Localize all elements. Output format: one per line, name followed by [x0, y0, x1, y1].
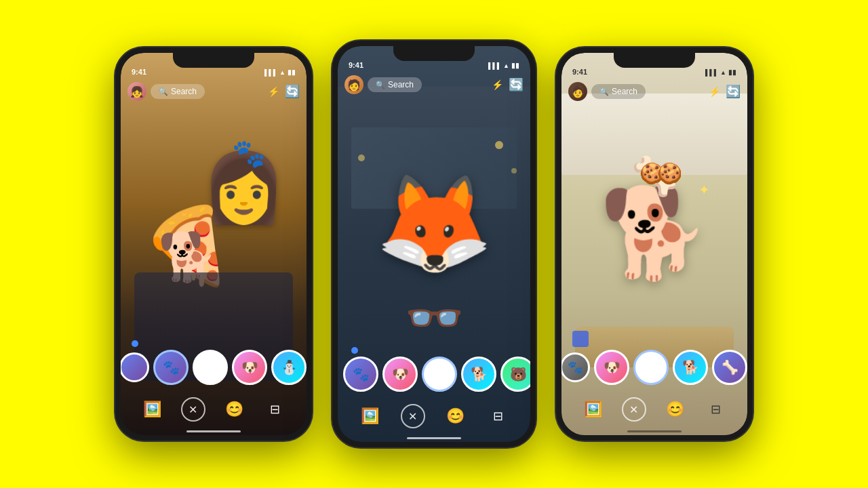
phone-2-battery: ▮▮: [511, 62, 519, 69]
phone-3-filter-bar: 🐾 🐶 🐕 🦴 🐻: [561, 346, 747, 389]
main-container: 👩 🍕 🐕 🐾 9:41 ▌▌▌ ▲ ▮▮: [0, 0, 868, 488]
phone-2-filter-1[interactable]: 🐶: [382, 357, 418, 392]
phone-2-filter-4[interactable]: 🐻: [500, 357, 530, 392]
phone-2-filter-3[interactable]: 🐕: [461, 357, 496, 392]
phone-3-filter-3[interactable]: 🦴: [712, 350, 747, 385]
phone-2-home-bar: [407, 437, 461, 439]
phone-1-search-icon: 🔍: [159, 87, 168, 96]
phone-3-filter-1[interactable]: [633, 350, 669, 385]
phone-3-flash-icon[interactable]: ⚡: [709, 86, 720, 97]
phone-2-stack-btn[interactable]: ⊟: [486, 404, 511, 428]
phone-3-wrapper: 🐕 🦴 🍪 🍪 ✦ 9:41 ▌▌▌ ▲ ▮▮: [556, 47, 753, 441]
phone-3-screen: 🐕 🦴 🍪 🍪 ✦ 9:41 ▌▌▌ ▲ ▮▮: [561, 53, 747, 435]
phone-2-close-btn[interactable]: ✕: [401, 404, 425, 428]
phone-1-search-text: Search: [171, 87, 197, 96]
phone-3-search-bar: 🧑 🔍 Search ⚡ 🔄: [561, 79, 747, 104]
phone-2-notch: [393, 46, 475, 61]
phone-1-search-pill[interactable]: 🔍 Search: [151, 84, 205, 99]
phone-1-filter-1[interactable]: [193, 350, 228, 385]
phone-1-filter-bar: 🐾 🐶 ⛄ 🐻: [121, 346, 307, 389]
phone-1-flip-icon[interactable]: 🔄: [285, 84, 300, 99]
phone-3-dot: [572, 331, 589, 347]
phone-3-search-icon: 🔍: [599, 87, 609, 96]
phone-1-home-bar: [186, 430, 241, 432]
phone-2-filter-bar: 🐾 🐶 🐕 🐻 🦴: [338, 352, 530, 396]
phone-1-wrapper: 👩 🍕 🐕 🐾 9:41 ▌▌▌ ▲ ▮▮: [115, 47, 312, 441]
phone-2-signal: ▌▌▌: [488, 62, 501, 69]
phone-2-flash-icon[interactable]: ⚡: [492, 79, 503, 90]
phone-1-close-btn[interactable]: ✕: [181, 397, 205, 422]
phone-3-close-btn[interactable]: ✕: [622, 397, 646, 422]
phone-1-screen: 👩 🍕 🐕 🐾 9:41 ▌▌▌ ▲ ▮▮: [121, 53, 307, 435]
phone-2-avatar: 🧑: [344, 75, 363, 94]
phone-3-signal: ▌▌▌: [705, 69, 718, 76]
phone-1-search-bar: 👧 🔍 Search ⚡ 🔄: [121, 79, 307, 104]
phone-3-sticker-btn[interactable]: 😊: [663, 397, 687, 422]
phone-2-bottom-controls: 🖼️ ✕ 😊 ⊟: [338, 396, 530, 436]
phone-3-notch: [614, 53, 695, 68]
phone-3-stack-btn[interactable]: ⊟: [704, 397, 728, 422]
phone-1-bottom-controls: 🖼️ ✕ 😊 ⊟: [121, 389, 307, 430]
phone-2-screen: 🦊 👓 9:41 ▌▌▌ ▲ ▮▮: [338, 46, 530, 442]
phone-2-filter-2[interactable]: [422, 357, 457, 392]
phone-2-filter-0[interactable]: 🐾: [343, 357, 378, 392]
phone-2: 🦊 👓 9:41 ▌▌▌ ▲ ▮▮: [332, 41, 536, 447]
phone-3-time: 9:41: [572, 68, 587, 76]
phone-2-wrapper: 🦊 👓 9:41 ▌▌▌ ▲ ▮▮: [332, 41, 536, 447]
phone-1-flash-icon[interactable]: ⚡: [268, 86, 279, 97]
phone-3-home-bar: [627, 430, 682, 432]
phone-3-bottom-controls: 🖼️ ✕ 😊 ⊟: [561, 389, 747, 430]
phone-3-filter-0[interactable]: 🐶: [594, 350, 629, 385]
phone-2-sticker-btn[interactable]: 😊: [443, 404, 468, 428]
phone-2-flip-icon[interactable]: 🔄: [509, 77, 524, 92]
phone-1-time: 9:41: [132, 68, 146, 76]
phone-1-filter-partial[interactable]: [121, 352, 149, 382]
phone-1-wifi: ▲: [279, 69, 285, 76]
phone-2-search-pill[interactable]: 🔍 Search: [368, 77, 422, 92]
phone-3-flip-icon[interactable]: 🔄: [726, 84, 741, 99]
phone-1: 👩 🍕 🐕 🐾 9:41 ▌▌▌ ▲ ▮▮: [115, 47, 312, 441]
phone-1-battery: ▮▮: [288, 68, 296, 76]
phone-3-wifi: ▲: [720, 69, 726, 76]
phone-2-gallery-btn[interactable]: 🖼️: [358, 404, 382, 428]
phone-1-stack-btn[interactable]: ⊟: [263, 397, 288, 422]
phone-3-filter-partial[interactable]: 🐾: [561, 352, 590, 382]
phone-3-search-text: Search: [612, 87, 637, 96]
phone-1-avatar: 👧: [127, 82, 146, 101]
phone-3-gallery-btn[interactable]: 🖼️: [580, 397, 605, 422]
phone-3-filter-2[interactable]: 🐕: [673, 350, 708, 385]
phone-2-wifi: ▲: [503, 62, 509, 69]
phone-3-search-pill[interactable]: 🔍 Search: [591, 84, 646, 99]
phone-2-search-icon: 🔍: [376, 81, 385, 89]
phone-1-filter-0[interactable]: 🐾: [153, 350, 189, 385]
phone-1-filter-3[interactable]: ⛄: [271, 350, 307, 385]
phone-3-avatar: 🧑: [568, 82, 587, 101]
phone-1-filter-2[interactable]: 🐶: [232, 350, 267, 385]
phone-3: 🐕 🦴 🍪 🍪 ✦ 9:41 ▌▌▌ ▲ ▮▮: [556, 47, 753, 441]
phone-2-time: 9:41: [349, 61, 363, 69]
phone-2-search-text: Search: [388, 80, 414, 89]
phone-3-battery: ▮▮: [728, 68, 736, 76]
phone-1-gallery-btn[interactable]: 🖼️: [140, 397, 164, 422]
phone-2-search-bar: 🧑 🔍 Search ⚡ 🔄: [338, 72, 530, 98]
phone-1-signal: ▌▌▌: [264, 69, 277, 76]
phone-1-sticker-btn[interactable]: 😊: [222, 397, 246, 422]
phone-1-notch: [173, 53, 254, 68]
